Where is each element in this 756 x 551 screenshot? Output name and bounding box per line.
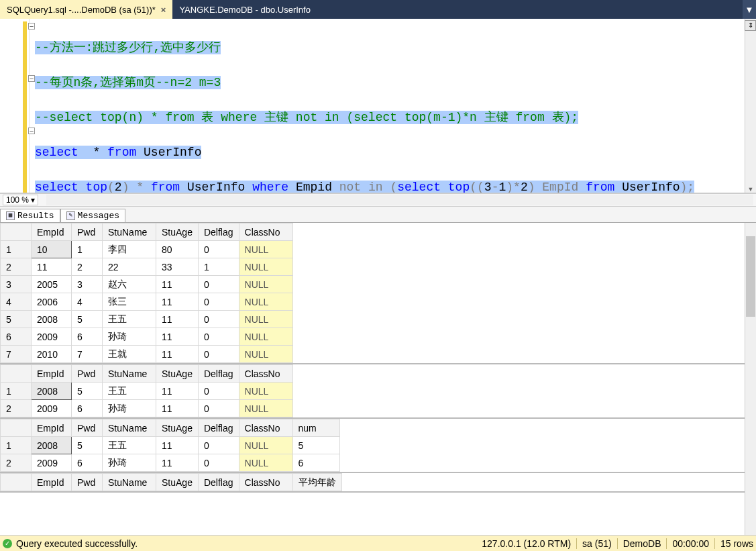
tab-results[interactable]: ▦ Results [0,209,60,222]
column-header[interactable]: ClassNo [239,419,292,437]
table-row[interactable]: 120085王五110NULL [1,383,293,400]
cell[interactable]: 6 [72,328,103,346]
cell[interactable]: NULL [239,400,292,417]
cell[interactable]: 孙琦 [103,454,156,472]
column-header[interactable]: StuAge [156,223,199,241]
sql-editor[interactable]: --方法一:跳过多少行,选中多少行 --每页n条,选择第m页--n=2 m=3 … [30,19,745,193]
cell[interactable]: 11 [156,383,199,400]
cell[interactable]: 6 [292,454,339,472]
cell[interactable]: 11 [156,454,199,472]
row-number[interactable]: 1 [1,241,32,258]
cell[interactable]: 0 [198,276,239,293]
cell[interactable]: NULL [239,346,292,363]
cell[interactable]: 0 [198,293,239,311]
column-header[interactable]: StuAge [156,365,199,383]
tab-sqlquery[interactable]: SQLQuery1.sql -....DemoDB (sa (51))* × [0,0,172,19]
results-vertical-scrollbar[interactable] [745,223,756,535]
column-header[interactable]: Pwd [72,474,103,491]
cell[interactable]: 11 [156,311,199,328]
table-row[interactable]: 220096孙琦110NULL6 [1,454,340,472]
zoom-level[interactable]: 100 % ▾ [3,195,38,205]
row-number[interactable]: 5 [1,311,32,328]
table-row[interactable]: 420064张三110NULL [1,293,293,311]
cell[interactable]: 2009 [32,328,72,346]
table-row[interactable]: 1101李四800NULL [1,241,293,258]
column-header[interactable]: StuName [103,365,156,383]
cell[interactable]: NULL [239,241,292,258]
row-number[interactable]: 2 [1,258,32,276]
column-header[interactable]: StuName [103,474,156,491]
cell[interactable]: 王五 [103,383,156,400]
editor-vertical-scrollbar[interactable] [745,19,756,193]
cell[interactable]: 11 [156,346,199,363]
column-header[interactable]: EmpId [32,474,72,491]
cell[interactable]: 2009 [32,400,72,417]
cell[interactable]: 王五 [103,311,156,328]
cell[interactable]: NULL [239,293,292,311]
cell[interactable]: 80 [156,241,199,258]
cell[interactable]: NULL [239,311,292,328]
row-number[interactable]: 2 [1,400,32,417]
cell[interactable]: 0 [198,400,239,417]
tab-overflow-dropdown[interactable]: ▼ [743,0,756,19]
column-header[interactable]: ClassNo [239,474,292,491]
row-number[interactable]: 4 [1,293,32,311]
scrollbar-thumb[interactable] [746,236,755,317]
cell[interactable]: 0 [198,437,239,454]
column-header[interactable]: StuAge [156,419,199,437]
cell[interactable]: 7 [72,346,103,363]
cell[interactable]: 王就 [103,346,156,363]
cell[interactable]: 11 [156,328,199,346]
cell[interactable]: 11 [156,293,199,311]
cell[interactable]: 孙琦 [103,328,156,346]
column-header[interactable]: Delflag [198,474,239,491]
column-header[interactable]: Delflag [198,223,239,241]
tab-userinfo[interactable]: YANGKE.DemoDB - dbo.UserInfo [172,0,317,19]
cell[interactable]: 2008 [32,437,72,454]
column-header[interactable]: 平均年龄 [292,474,341,491]
cell[interactable]: 5 [292,437,339,454]
cell[interactable]: 11 [156,400,199,417]
cell[interactable]: 5 [72,311,103,328]
cell[interactable]: 5 [72,383,103,400]
table-row[interactable]: 520085王五110NULL [1,311,293,328]
cell[interactable]: NULL [239,454,292,472]
cell[interactable]: 6 [72,400,103,417]
cell[interactable]: 3 [72,276,103,293]
cell[interactable]: 22 [103,258,156,276]
cell[interactable]: 2008 [32,383,72,400]
table-row[interactable]: 720107王就110NULL [1,346,293,363]
cell[interactable]: 6 [72,454,103,472]
column-header[interactable]: EmpId [32,419,72,437]
cell[interactable]: NULL [239,383,292,400]
split-window-icon[interactable]: ⇕ [745,20,756,31]
cell[interactable]: 4 [72,293,103,311]
cell[interactable]: 2005 [32,276,72,293]
cell[interactable]: 王五 [103,437,156,454]
column-header[interactable]: ClassNo [239,365,292,383]
cell[interactable]: 1 [72,241,103,258]
cell[interactable]: 张三 [103,293,156,311]
row-number[interactable]: 3 [1,276,32,293]
column-header[interactable]: Delflag [198,419,239,437]
cell[interactable]: 11 [156,437,199,454]
cell[interactable]: NULL [239,328,292,346]
close-icon[interactable]: × [161,5,166,15]
column-header[interactable]: StuAge [156,474,199,491]
column-header[interactable]: Pwd [72,419,103,437]
cell[interactable]: NULL [239,276,292,293]
cell[interactable]: NULL [239,258,292,276]
cell[interactable]: 李四 [103,241,156,258]
cell[interactable]: 0 [198,454,239,472]
cell[interactable]: 0 [198,328,239,346]
column-header[interactable]: Pwd [72,223,103,241]
cell[interactable]: 赵六 [103,276,156,293]
table-row[interactable]: 320053赵六110NULL [1,276,293,293]
cell[interactable]: 2006 [32,293,72,311]
cell[interactable]: 2 [72,258,103,276]
table-row[interactable]: 220096孙琦110NULL [1,400,293,417]
column-header[interactable]: StuName [103,419,156,437]
cell[interactable]: 0 [198,383,239,400]
row-number[interactable]: 7 [1,346,32,363]
cell[interactable]: 0 [198,311,239,328]
